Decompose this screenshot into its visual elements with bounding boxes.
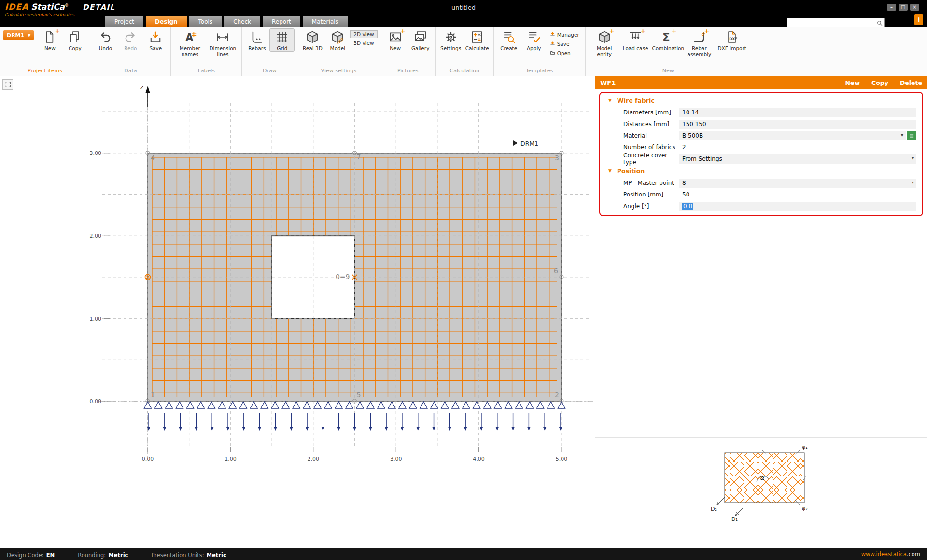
- tab-check[interactable]: Check: [224, 16, 260, 27]
- ribbon-group-label: Pictures: [381, 67, 435, 76]
- value-input[interactable]: 10 14: [679, 108, 916, 117]
- svg-text:DRM1: DRM1: [520, 140, 538, 147]
- redo-button[interactable]: Redo: [118, 28, 143, 52]
- tab-tools[interactable]: Tools: [189, 16, 222, 27]
- value-input[interactable]: 150 150: [679, 120, 916, 129]
- rebar-icon: +: [692, 30, 706, 44]
- rebars-icon: [250, 30, 264, 44]
- view-2d-button[interactable]: 2D view: [350, 30, 377, 38]
- new-load-case-button[interactable]: +Load case: [621, 28, 650, 52]
- canvas-area: z0.001.002.003.004.005.003.002.001.000.0…: [0, 76, 595, 548]
- search-input[interactable]: [787, 19, 876, 26]
- collapse-triangle-icon: ▼: [608, 168, 612, 173]
- value-dropdown[interactable]: From Settings▾: [679, 154, 916, 164]
- ribbon-group-label: Project items: [1, 67, 89, 76]
- template-create-button[interactable]: Create: [496, 28, 521, 52]
- minimize-button[interactable]: –: [887, 4, 896, 11]
- value-text[interactable]: 2: [679, 144, 686, 151]
- properties-panel: WF1 NewCopyDelete ▼Wire fabricDiameters …: [595, 76, 927, 548]
- section-header-wire-fabric[interactable]: ▼Wire fabric: [600, 94, 922, 107]
- template-apply-button[interactable]: Apply: [521, 28, 547, 52]
- new-model-entity-button[interactable]: +Model entity: [588, 28, 621, 57]
- rebars-button[interactable]: Rebars: [244, 28, 269, 52]
- value-input[interactable]: 0.0: [679, 202, 916, 211]
- ribbon: DRM1▼+NewCopyProject itemsUndoRedoSaveDa…: [0, 27, 927, 76]
- ribbon-group-label: Calculation: [437, 67, 492, 76]
- panel-actions: NewCopyDelete: [845, 79, 922, 86]
- save-button[interactable]: Save: [143, 28, 168, 52]
- search-icon[interactable]: [876, 19, 883, 26]
- statusbar: Design Code:ENRounding:MetricPresentatio…: [0, 548, 927, 560]
- dxf-icon: DXF: [725, 30, 739, 44]
- chevron-down-icon[interactable]: ▾: [912, 155, 914, 161]
- svg-text:1.00: 1.00: [90, 316, 102, 322]
- calculate-button[interactable]: Calculate: [464, 28, 491, 52]
- new-project-item-button[interactable]: +New: [37, 28, 62, 52]
- edit-material-button[interactable]: [907, 131, 916, 140]
- grid-button[interactable]: Grid: [269, 28, 295, 52]
- dxf-import-button[interactable]: DXFDXF Import: [716, 28, 748, 52]
- website-link[interactable]: www.ideastatica.com: [861, 551, 920, 558]
- tab-report[interactable]: Report: [263, 16, 300, 27]
- svg-text:1.00: 1.00: [225, 456, 237, 462]
- dimension-lines-button[interactable]: Dimension lines: [206, 28, 239, 57]
- maximize-button[interactable]: □: [899, 4, 908, 11]
- calculation-settings-button[interactable]: Settings: [438, 28, 464, 52]
- new-rebar-assembly-button[interactable]: +Rebar assembly: [683, 28, 716, 57]
- button-label: Member names: [175, 45, 204, 57]
- tab-project[interactable]: Project: [105, 16, 143, 27]
- svg-text:φ₁: φ₁: [802, 444, 808, 450]
- svg-text:1: 1: [151, 391, 155, 399]
- cube-icon: +: [597, 30, 612, 44]
- svg-text:0.00: 0.00: [142, 456, 154, 462]
- new-button[interactable]: New: [845, 79, 860, 86]
- property-row-material: MaterialB 500B▾: [600, 130, 922, 141]
- button-label: New: [44, 45, 56, 51]
- svg-text:3: 3: [555, 154, 559, 162]
- new-combination-button[interactable]: Σ+Combination: [650, 28, 683, 52]
- property-label: Concrete cover type: [623, 152, 679, 166]
- copy-button[interactable]: Copy: [871, 79, 888, 86]
- new-picture-button[interactable]: +New: [383, 28, 408, 52]
- undo-button[interactable]: Undo: [93, 28, 118, 52]
- chevron-down-icon[interactable]: ▾: [901, 132, 903, 138]
- close-button[interactable]: ×: [910, 4, 919, 11]
- mini-open-icon: [550, 50, 555, 56]
- property-row-distances-mm: Distances [mm]150 150: [600, 118, 922, 130]
- view-3d-button[interactable]: 3D view: [350, 39, 377, 47]
- member-names-button[interactable]: AMember names: [173, 28, 206, 57]
- copy-project-item-button[interactable]: Copy: [62, 28, 87, 52]
- value-dropdown[interactable]: B 500B▾: [679, 131, 906, 140]
- chevron-down-icon[interactable]: ▾: [912, 180, 914, 185]
- project-item-selector[interactable]: DRM1▼: [3, 30, 34, 40]
- svg-text:α: α: [760, 474, 765, 481]
- gallery-button[interactable]: Gallery: [408, 28, 433, 52]
- region-label[interactable]: DRM1: [513, 140, 538, 147]
- property-row-position-mm: Position [mm]50: [600, 189, 922, 200]
- property-value: 10 14: [679, 108, 916, 117]
- section-header-position[interactable]: ▼Position: [600, 165, 922, 177]
- value-text[interactable]: 50: [679, 191, 689, 198]
- fit-view-button[interactable]: [2, 79, 13, 90]
- button-label: Save: [149, 45, 162, 51]
- panel-divider: [595, 437, 927, 438]
- window-controls: – □ ×: [887, 4, 919, 11]
- delete-button[interactable]: Delete: [900, 79, 922, 86]
- ribbon-group-label: New: [587, 67, 750, 76]
- property-value: 2: [679, 143, 916, 152]
- template-manager-button[interactable]: Manager: [547, 30, 583, 39]
- tab-materials[interactable]: Materials: [303, 16, 348, 27]
- ribbon-group-view-settings: Real 3DModel2D view3D viewView settings: [297, 27, 380, 76]
- template-save-button[interactable]: Save: [547, 40, 583, 48]
- model-button[interactable]: Model: [325, 28, 350, 52]
- svg-text:D₂: D₂: [711, 506, 717, 512]
- real-3d-button[interactable]: Real 3D: [300, 28, 325, 52]
- value-dropdown[interactable]: 8▾: [679, 179, 916, 188]
- template-open-button[interactable]: Open: [547, 49, 583, 57]
- help-button[interactable]: i: [914, 14, 923, 25]
- button-label: Real 3D: [303, 45, 323, 51]
- tab-design[interactable]: Design: [146, 16, 187, 27]
- button-label: Model entity: [590, 45, 619, 57]
- drawing-canvas[interactable]: z0.001.002.003.004.005.003.002.001.000.0…: [0, 76, 594, 549]
- app-window: IDEA StatiCa® DETAIL Calculate yesterday…: [0, 0, 927, 560]
